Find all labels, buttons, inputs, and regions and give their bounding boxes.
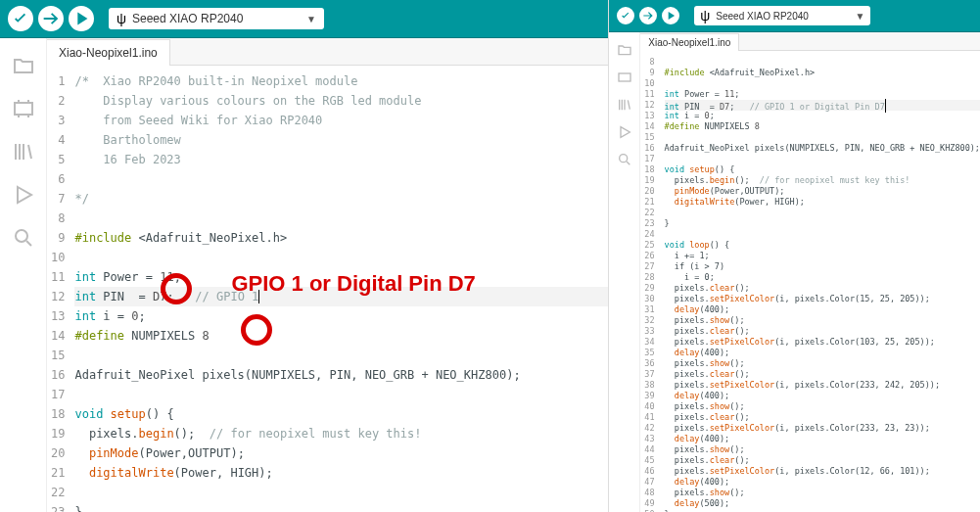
line-number: 17 [644,154,654,164]
code-line[interactable]: 16 Feb 2023 [74,150,608,169]
code-line[interactable]: int PIN = D7; // GPIO 1 [74,287,608,306]
code-line[interactable] [74,248,608,267]
code-line[interactable]: delay(400); [665,304,980,315]
code-line[interactable]: pixels.setPixelColor(i, pixels.Color(12,… [665,466,980,477]
verify-button[interactable] [617,7,634,24]
code-line[interactable] [74,483,608,502]
code-line[interactable]: void setup() { [74,404,608,424]
line-number: 23 [51,502,65,512]
code-line[interactable]: delay(400); [665,391,980,401]
code-line[interactable]: pinMode(Power,OUTPUT); [665,186,980,197]
code-editor[interactable]: 123456789101112131415161718192021222324 … [47,66,608,512]
code-line[interactable]: pixels.show(); [665,315,980,326]
code-editor[interactable]: 8910111213141516171819202122232425262728… [640,51,980,512]
library-icon[interactable] [617,97,632,113]
code-line[interactable]: pixels.show(); [665,488,980,498]
code-line[interactable]: pixels.clear(); [665,283,980,294]
code-line[interactable]: } [665,218,980,229]
code-line[interactable]: pixels.setPixelColor(i, pixels.Color(233… [665,380,980,391]
code-line[interactable]: void setup() { [665,164,980,175]
line-number: 34 [644,337,654,348]
line-number: 20 [644,186,654,197]
tab-file[interactable]: Xiao-Neopixel1.ino [640,33,739,51]
code-line[interactable]: i = 0; [665,272,980,283]
code-line[interactable]: delay(400); [665,348,980,358]
board-manager-icon[interactable] [12,97,35,120]
code-line[interactable] [74,385,608,404]
code-line[interactable]: /* Xiao RP2040 built-in Neopixel module [74,71,608,91]
search-icon[interactable] [617,152,632,167]
code-line[interactable]: #include <Adafruit_NeoPixel.h> [74,228,608,248]
code-line[interactable]: int Power = 11; [74,267,608,287]
code-line[interactable]: pixels.setPixelColor(i, pixels.Color(15,… [665,294,980,304]
code-line[interactable]: void loop() { [665,240,980,251]
code-line[interactable]: pixels.show(); [665,358,980,369]
code-line[interactable]: Bartholomew [74,130,608,150]
code-line[interactable]: pixels.clear(); [665,412,980,423]
verify-button[interactable] [8,6,33,31]
debug-button[interactable] [69,6,94,31]
code-line[interactable]: */ [74,189,608,209]
code-line[interactable]: digitalWrite(Power, HIGH); [665,197,980,208]
code-line[interactable]: pixels.begin(); // for neopixel must key… [665,175,980,186]
code-line[interactable]: pixels.show(); [665,444,980,455]
code-line[interactable]: Display various colours on the RGB led m… [74,91,608,111]
line-number: 23 [644,218,654,229]
code-line[interactable] [665,78,980,89]
code-line[interactable]: } [74,502,608,512]
code-line[interactable]: pixels.setPixelColor(i, pixels.Color(103… [665,337,980,348]
code-line[interactable]: delay(500); [665,498,980,509]
code-line[interactable] [665,208,980,218]
code-line[interactable] [74,169,608,189]
code-line[interactable] [665,154,980,164]
toolbar: ψ Seeed XIAO RP2040 ▼ [609,0,980,32]
svg-point-5 [620,155,628,163]
svg-marker-4 [621,127,630,138]
code-line[interactable] [74,346,608,365]
code-line[interactable]: Adafruit_NeoPixel pixels(NUMPIXELS, PIN,… [74,365,608,385]
code-line[interactable]: #define NUMPIXELS 8 [665,121,980,132]
code-line[interactable]: pixels.clear(); [665,369,980,380]
code-line[interactable]: int Power = 11; [665,89,980,100]
debug-button[interactable] [662,7,679,24]
code-line[interactable]: delay(400); [665,434,980,444]
code-line[interactable]: delay(400); [665,477,980,488]
search-icon[interactable] [12,226,35,250]
code-line[interactable]: int i = 0; [665,111,980,121]
code-line[interactable]: #include <Adafruit_NeoPixel.h> [665,68,980,78]
code-line[interactable] [665,229,980,240]
debug-icon[interactable] [617,124,632,140]
code-line[interactable]: int PIN = D7; // GPIO 1 or Digital Pin D… [665,100,980,111]
code-line[interactable]: pixels.show(); [665,401,980,412]
code-line[interactable]: if (i > 7) [665,261,980,272]
board-selector[interactable]: ψ Seeed XIAO RP2040 ▼ [109,8,324,29]
code-line[interactable]: int i = 0; [74,306,608,326]
upload-button[interactable] [38,6,64,31]
line-number: 25 [644,240,654,251]
library-icon[interactable] [12,140,35,163]
code-line[interactable]: Adafruit_NeoPixel pixels(NUMPIXELS, PIN,… [665,143,980,154]
code-line[interactable] [74,209,608,228]
line-number: 12 [644,100,654,111]
upload-button[interactable] [639,7,657,24]
code-line[interactable]: pixels.clear(); [665,326,980,337]
code-line[interactable]: pixels.begin(); // for neopixel must key… [74,424,608,443]
code-line[interactable]: pinMode(Power,OUTPUT); [74,443,608,463]
folder-icon[interactable] [12,54,35,77]
code-line[interactable]: pixels.setPixelColor(i, pixels.Color(233… [665,423,980,434]
code-line[interactable]: i += 1; [665,251,980,261]
code-line[interactable]: from Seeed Wiki for Xiao RP2040 [74,111,608,130]
debug-icon[interactable] [12,183,35,207]
board-selector[interactable]: ψ Seeed XIAO RP2040 ▼ [694,6,870,25]
folder-icon[interactable] [617,42,632,58]
code-line[interactable] [665,57,980,68]
line-number: 8 [51,209,65,228]
line-number: 14 [644,121,654,132]
code-line[interactable]: pixels.clear(); [665,455,980,466]
code-line[interactable] [665,132,980,143]
code-line[interactable]: #define NUMPIXELS 8 [74,326,608,346]
line-number: 13 [644,111,654,121]
tab-file[interactable]: Xiao-Neopixel1.ino [47,39,170,66]
board-manager-icon[interactable] [617,70,632,85]
code-line[interactable]: digitalWrite(Power, HIGH); [74,463,608,483]
